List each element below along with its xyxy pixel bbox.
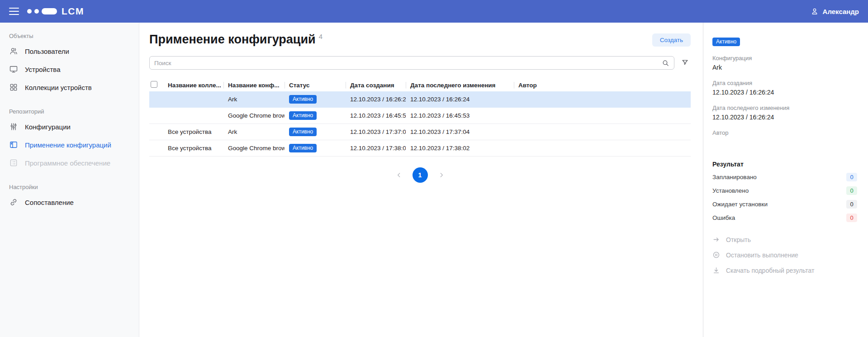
result-title: Результат	[712, 161, 857, 168]
brand-text: LCM	[62, 6, 84, 17]
arrow-right-icon	[712, 236, 720, 243]
table-row[interactable]: Все устройства Ark Активно 12.10.2023 / …	[149, 124, 691, 140]
apply-configurations-icon	[9, 140, 18, 149]
details-status-badge: Активно	[712, 38, 740, 46]
cell-configuration: Ark	[223, 96, 285, 103]
select-all-checkbox[interactable]	[151, 81, 157, 88]
users-icon	[9, 47, 18, 56]
sidebar-section-settings: Настройки	[0, 178, 139, 193]
sidebar-item-mapping[interactable]: Сопоставление	[0, 193, 139, 211]
result-row-pending: Ожидает установки 0	[712, 200, 857, 209]
filter-button[interactable]	[680, 57, 690, 68]
result-row-planned: Запланировано 0	[712, 173, 857, 181]
cell-modified: 12.10.2023 / 17:38:02	[406, 145, 514, 152]
sidebar-item-label: Сопоставление	[25, 199, 74, 206]
previous-page-button[interactable]	[395, 171, 403, 179]
cell-status: Активно	[285, 128, 346, 136]
sidebar-section-repository: Репозиторий	[0, 103, 139, 118]
sidebar-item-label: Применение конфигураций	[25, 141, 111, 149]
next-page-button[interactable]	[438, 171, 445, 179]
sidebar-item-users[interactable]: Пользователи	[0, 42, 139, 60]
column-modified-date[interactable]: Дата последнего изменения	[406, 82, 514, 89]
page-title: Применение конфигураций4	[149, 33, 323, 47]
menu-icon[interactable]	[9, 8, 19, 15]
planned-count: 0	[846, 173, 857, 181]
logo-dot-icon	[27, 9, 32, 14]
status-badge: Активно	[289, 128, 317, 136]
sidebar-item-devices[interactable]: Устройства	[0, 60, 139, 78]
table-row[interactable]: Ark Активно 12.10.2023 / 16:26:24 12.10.…	[149, 91, 691, 108]
sidebar-section-objects: Объекты	[0, 27, 139, 42]
result-row-error: Ошибка 0	[712, 214, 857, 222]
error-count: 0	[846, 214, 857, 222]
search-input[interactable]	[154, 60, 662, 66]
cell-configuration: Google Chrome brows	[223, 112, 285, 119]
cell-status: Активно	[285, 111, 346, 120]
column-configuration-name[interactable]: Название конф...	[223, 82, 285, 89]
sliders-icon	[9, 122, 18, 131]
table-row[interactable]: Все устройства Google Chrome brows Актив…	[149, 140, 691, 157]
page-number-button[interactable]: 1	[413, 167, 428, 183]
user-menu[interactable]: Александр	[811, 7, 859, 15]
column-status[interactable]: Статус	[285, 82, 346, 89]
field-value-author	[712, 138, 857, 146]
field-label-created: Дата создания	[712, 80, 857, 86]
filter-icon	[681, 58, 689, 66]
cell-modified: 12.10.2023 / 16:45:53	[406, 112, 514, 119]
pause-circle-icon	[712, 251, 720, 259]
collections-icon	[9, 83, 18, 92]
field-label-author: Автор	[712, 129, 857, 136]
pagination: 1	[149, 167, 691, 183]
sidebar-item-label: Программное обеспечение	[25, 159, 110, 167]
configurations-table: Название колле... Название конф... Стату…	[149, 79, 691, 157]
search-icon[interactable]	[662, 59, 669, 67]
cell-status: Активно	[285, 144, 346, 152]
sidebar-item-device-collections[interactable]: Коллекции устройств	[0, 78, 139, 96]
user-name: Александр	[823, 8, 859, 15]
field-value-created: 12.10.2023 / 16:26:24	[712, 89, 857, 96]
logo-dot-icon	[34, 9, 39, 14]
cell-status: Активно	[285, 95, 346, 104]
open-action[interactable]: Открыть	[712, 236, 857, 243]
search-box	[149, 56, 674, 70]
chevron-right-icon	[438, 171, 445, 179]
device-icon	[9, 65, 18, 74]
column-author[interactable]: Автор	[514, 82, 574, 89]
details-panel: Активно Конфигурация Ark Дата создания 1…	[703, 23, 868, 337]
sidebar-item-label: Пользователи	[25, 47, 69, 55]
cell-configuration: Ark	[223, 128, 285, 135]
cell-created: 12.10.2023 / 16:45:53	[346, 112, 406, 119]
software-icon	[9, 158, 18, 167]
cell-created: 12.10.2023 / 16:26:24	[346, 96, 406, 103]
sidebar: Объекты Пользователи Устройства Коллекци…	[0, 23, 139, 337]
download-result-action[interactable]: Скачать подробный результат	[712, 266, 857, 274]
records-count: 4	[319, 33, 323, 40]
cell-modified: 12.10.2023 / 16:26:24	[406, 96, 514, 103]
installed-count: 0	[846, 186, 857, 195]
create-button[interactable]: Создать	[652, 33, 691, 47]
sidebar-item-configurations[interactable]: Конфигурации	[0, 118, 139, 136]
sidebar-item-software[interactable]: Программное обеспечение	[0, 154, 139, 172]
main-content: Применение конфигураций4 Создать Названи…	[139, 23, 703, 337]
table-row[interactable]: Google Chrome brows Активно 12.10.2023 /…	[149, 108, 691, 124]
cell-collection: Все устройства	[166, 128, 223, 135]
status-badge: Активно	[289, 144, 317, 152]
cell-modified: 12.10.2023 / 17:37:04	[406, 128, 514, 135]
sidebar-item-label: Устройства	[25, 66, 60, 73]
result-row-installed: Установлено 0	[712, 186, 857, 195]
user-icon	[811, 7, 819, 15]
stop-execution-action[interactable]: Остановить выполнение	[712, 251, 857, 259]
pending-count: 0	[846, 200, 857, 209]
sidebar-item-configuration-apply[interactable]: Применение конфигураций	[0, 136, 139, 154]
app-logo[interactable]: LCM	[27, 6, 84, 17]
field-label-modified: Дата последнего изменения	[712, 104, 857, 111]
column-collection-name[interactable]: Название колле...	[166, 82, 223, 89]
chevron-left-icon	[395, 171, 403, 179]
logo-pill-icon	[42, 8, 57, 14]
table-header: Название колле... Название конф... Стату…	[149, 79, 691, 91]
sidebar-item-label: Коллекции устройств	[25, 84, 92, 91]
download-icon	[712, 266, 720, 274]
cell-created: 12.10.2023 / 17:38:02	[346, 145, 406, 152]
cell-collection: Все устройства	[166, 145, 223, 152]
column-created-date[interactable]: Дата создания	[346, 82, 406, 89]
